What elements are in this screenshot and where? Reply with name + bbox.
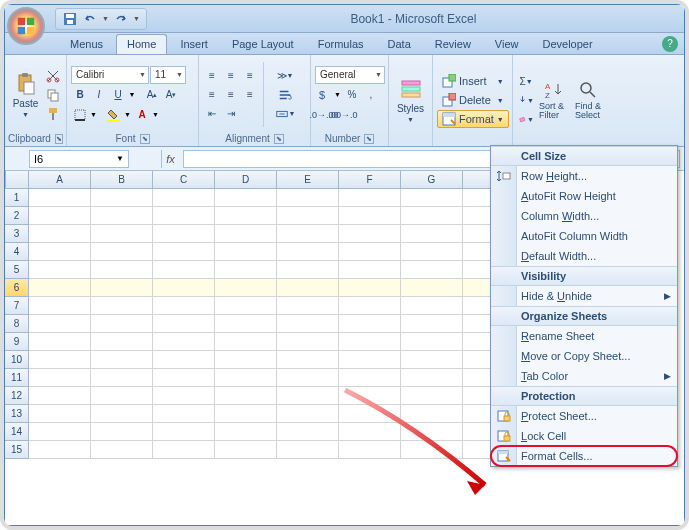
- cell-F15[interactable]: [339, 441, 401, 459]
- cell-G8[interactable]: [401, 315, 463, 333]
- row-header-14[interactable]: 14: [5, 423, 29, 441]
- redo-icon[interactable]: [113, 11, 129, 27]
- cell-D9[interactable]: [215, 333, 277, 351]
- row-header-11[interactable]: 11: [5, 369, 29, 387]
- cell-G15[interactable]: [401, 441, 463, 459]
- cell-D2[interactable]: [215, 207, 277, 225]
- cell-D1[interactable]: [215, 189, 277, 207]
- cell-G11[interactable]: [401, 369, 463, 387]
- fx-button[interactable]: fx: [161, 150, 179, 168]
- cell-C7[interactable]: [153, 297, 215, 315]
- tab-formulas[interactable]: Formulas: [307, 34, 375, 54]
- font-name-combo[interactable]: Calibri▼: [71, 66, 149, 84]
- cell-E2[interactable]: [277, 207, 339, 225]
- cell-E1[interactable]: [277, 189, 339, 207]
- save-icon[interactable]: [62, 11, 78, 27]
- cell-C4[interactable]: [153, 243, 215, 261]
- autosum-button[interactable]: Σ▼: [517, 72, 535, 90]
- tab-view[interactable]: View: [484, 34, 530, 54]
- cell-D15[interactable]: [215, 441, 277, 459]
- menu-item-default-width[interactable]: Default Width...: [491, 246, 677, 266]
- align-left-button[interactable]: ≡: [203, 86, 221, 104]
- cell-D5[interactable]: [215, 261, 277, 279]
- col-header-F[interactable]: F: [339, 171, 401, 189]
- cell-F4[interactable]: [339, 243, 401, 261]
- cell-B10[interactable]: [91, 351, 153, 369]
- font-size-combo[interactable]: 11▼: [150, 66, 186, 84]
- font-color-button[interactable]: A: [133, 106, 151, 124]
- underline-button[interactable]: U: [109, 86, 127, 104]
- cell-B2[interactable]: [91, 207, 153, 225]
- italic-button[interactable]: I: [90, 86, 108, 104]
- cell-C6[interactable]: [153, 279, 215, 297]
- cell-G7[interactable]: [401, 297, 463, 315]
- cell-E4[interactable]: [277, 243, 339, 261]
- menu-item-autofit-row-height[interactable]: AutoFit Row Height: [491, 186, 677, 206]
- cell-D8[interactable]: [215, 315, 277, 333]
- cell-B4[interactable]: [91, 243, 153, 261]
- cell-B12[interactable]: [91, 387, 153, 405]
- tab-developer[interactable]: Developer: [532, 34, 604, 54]
- menu-item-row-height[interactable]: Row Height...: [491, 166, 677, 186]
- cell-D4[interactable]: [215, 243, 277, 261]
- cell-E3[interactable]: [277, 225, 339, 243]
- cell-E14[interactable]: [277, 423, 339, 441]
- cell-C2[interactable]: [153, 207, 215, 225]
- row-header-7[interactable]: 7: [5, 297, 29, 315]
- col-header-B[interactable]: B: [91, 171, 153, 189]
- cell-G13[interactable]: [401, 405, 463, 423]
- row-header-3[interactable]: 3: [5, 225, 29, 243]
- alignment-launcher[interactable]: ⬊: [274, 134, 284, 144]
- cell-C13[interactable]: [153, 405, 215, 423]
- cell-C1[interactable]: [153, 189, 215, 207]
- cell-B1[interactable]: [91, 189, 153, 207]
- cell-E6[interactable]: [277, 279, 339, 297]
- tab-home[interactable]: Home: [116, 34, 167, 54]
- cell-A15[interactable]: [29, 441, 91, 459]
- cell-E7[interactable]: [277, 297, 339, 315]
- cell-D13[interactable]: [215, 405, 277, 423]
- undo-icon[interactable]: [82, 11, 98, 27]
- tab-page-layout[interactable]: Page Layout: [221, 34, 305, 54]
- row-header-15[interactable]: 15: [5, 441, 29, 459]
- grow-font-button[interactable]: A▴: [143, 86, 161, 104]
- cell-E15[interactable]: [277, 441, 339, 459]
- cell-A2[interactable]: [29, 207, 91, 225]
- row-header-5[interactable]: 5: [5, 261, 29, 279]
- row-header-2[interactable]: 2: [5, 207, 29, 225]
- cell-G2[interactable]: [401, 207, 463, 225]
- office-button[interactable]: [7, 7, 45, 45]
- fill-button[interactable]: ▼: [517, 91, 535, 109]
- tab-review[interactable]: Review: [424, 34, 482, 54]
- bold-button[interactable]: B: [71, 86, 89, 104]
- find-select-button[interactable]: Find & Select: [573, 58, 603, 142]
- cell-B15[interactable]: [91, 441, 153, 459]
- decrease-decimal-button[interactable]: .00→.0: [334, 106, 352, 124]
- menu-item-format-cells[interactable]: Format Cells...: [491, 446, 677, 466]
- cut-button[interactable]: [44, 67, 62, 85]
- clear-button[interactable]: ▼: [517, 110, 535, 128]
- cell-D10[interactable]: [215, 351, 277, 369]
- decrease-indent-button[interactable]: ⇤: [203, 105, 221, 123]
- cell-E9[interactable]: [277, 333, 339, 351]
- menu-item-rename-sheet[interactable]: Rename Sheet: [491, 326, 677, 346]
- help-icon[interactable]: ?: [662, 36, 678, 52]
- col-header-D[interactable]: D: [215, 171, 277, 189]
- cell-E10[interactable]: [277, 351, 339, 369]
- cell-A6[interactable]: [29, 279, 91, 297]
- cell-D14[interactable]: [215, 423, 277, 441]
- orientation-button[interactable]: ≫▼: [268, 67, 302, 85]
- cell-B6[interactable]: [91, 279, 153, 297]
- cell-F5[interactable]: [339, 261, 401, 279]
- menu-item-autofit-column-width[interactable]: AutoFit Column Width: [491, 226, 677, 246]
- cell-D6[interactable]: [215, 279, 277, 297]
- cell-D3[interactable]: [215, 225, 277, 243]
- format-painter-button[interactable]: [44, 105, 62, 123]
- cell-A9[interactable]: [29, 333, 91, 351]
- styles-button[interactable]: Styles ▼: [393, 58, 428, 142]
- cell-A12[interactable]: [29, 387, 91, 405]
- cell-B7[interactable]: [91, 297, 153, 315]
- col-header-G[interactable]: G: [401, 171, 463, 189]
- cell-A1[interactable]: [29, 189, 91, 207]
- cell-F3[interactable]: [339, 225, 401, 243]
